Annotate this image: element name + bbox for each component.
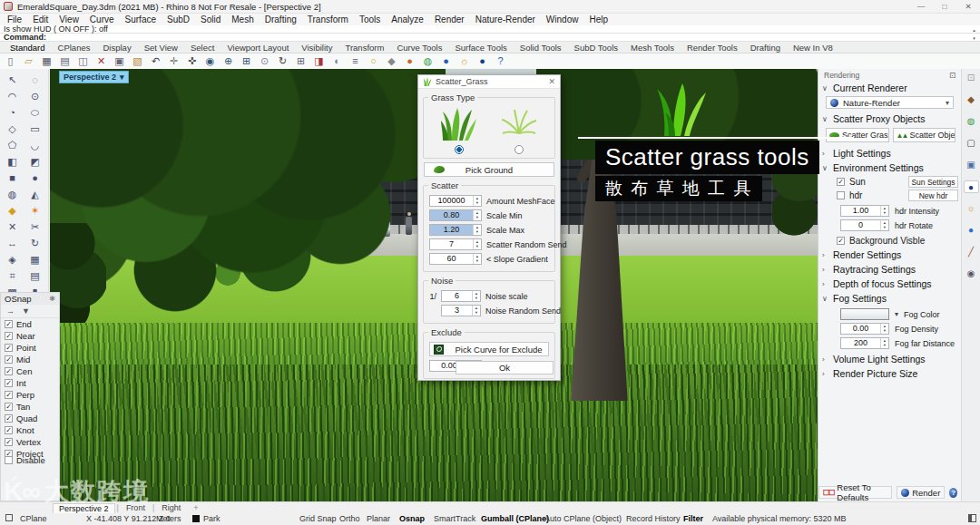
section-picture-size[interactable]: › Render Picture Size: [818, 366, 961, 381]
new-file-icon[interactable]: ▯: [5, 54, 16, 68]
minimize-button[interactable]: —: [909, 0, 933, 13]
menu-item[interactable]: Help: [583, 15, 613, 24]
boolean-tool[interactable]: ◭: [24, 186, 46, 202]
checkbox-checked-icon[interactable]: ✓: [5, 379, 13, 387]
spinner-arrows[interactable]: ▴▾: [473, 254, 481, 264]
render-button[interactable]: Render: [897, 486, 945, 499]
sun-settings-button[interactable]: Sun Settings: [908, 176, 958, 188]
status-filter[interactable]: Filter: [683, 514, 703, 523]
checkbox-checked-icon[interactable]: ✓: [5, 414, 13, 423]
array-tool[interactable]: ▦: [24, 251, 46, 267]
explode-tool[interactable]: ✶: [24, 202, 46, 219]
save-icon[interactable]: ▦: [41, 54, 53, 68]
curve-tool[interactable]: ◠: [1, 88, 24, 104]
command-prompt[interactable]: Command:: [0, 34, 980, 42]
toolbar-tab[interactable]: Display: [96, 43, 137, 53]
paste-icon[interactable]: ▧: [132, 54, 143, 68]
toolbar-tab[interactable]: Transform: [338, 43, 390, 53]
move-tool[interactable]: ↔: [1, 235, 24, 251]
named-view-icon[interactable]: ◨: [313, 54, 325, 68]
menu-item[interactable]: File: [2, 15, 27, 24]
checkbox-checked-icon[interactable]: ✓: [5, 426, 13, 434]
toolbar-tab[interactable]: Drafting: [744, 43, 787, 53]
split-tool[interactable]: ✂: [24, 219, 46, 235]
print-icon[interactable]: ▤: [59, 54, 71, 68]
undo-icon[interactable]: ↶: [150, 54, 162, 68]
section-raytracing[interactable]: › Raytracing Settings: [818, 262, 961, 277]
toolbar-tab[interactable]: Viewport Layout: [220, 43, 295, 53]
camera-icon[interactable]: ◉: [964, 267, 979, 280]
section-depth-of-focus[interactable]: › Depth of focus Settings: [818, 277, 961, 291]
fog-color-swatch[interactable]: [840, 308, 889, 320]
checkbox-checked-icon[interactable]: ✓: [5, 403, 13, 411]
panel-toggle-icon[interactable]: [968, 514, 976, 522]
fillet-tool[interactable]: ◆: [1, 202, 24, 219]
chevron-down-icon[interactable]: ▾: [895, 310, 898, 318]
toolbar-tab[interactable]: Render Tools: [681, 43, 744, 53]
tab-right[interactable]: Right: [156, 503, 186, 512]
open-file-icon[interactable]: ▱: [23, 54, 34, 68]
checkbox-checked-icon[interactable]: ✓: [5, 438, 13, 446]
radio-selected[interactable]: [455, 145, 464, 154]
maximize-button[interactable]: □: [933, 0, 956, 13]
help-button[interactable]: ?: [949, 488, 957, 498]
display-icon[interactable]: ◍: [964, 115, 979, 128]
new-hdr-button[interactable]: New hdr: [908, 190, 958, 201]
toolbar-tab[interactable]: Curve Tools: [390, 43, 448, 53]
toolbar-tab[interactable]: Set View: [138, 43, 184, 53]
zoom-window-icon[interactable]: ⊕: [222, 54, 234, 68]
checkbox-checked-icon[interactable]: ✓: [5, 332, 13, 340]
section-render-settings[interactable]: › Render Settings: [818, 248, 961, 262]
background-checkbox[interactable]: ✓: [837, 237, 845, 245]
osnap-disable[interactable]: . Disable: [1, 454, 59, 466]
spinner-arrows[interactable]: ▴▾: [473, 239, 481, 249]
hdr-rotate-field[interactable]: 0 ▴▾: [840, 219, 889, 231]
command-scroll[interactable]: ▴ ▾: [970, 25, 978, 42]
arc-tool[interactable]: ◔: [1, 104, 24, 121]
zoom-icon[interactable]: ◉: [204, 54, 216, 68]
scatter-grass-button[interactable]: Scatter Grass: [826, 128, 889, 142]
checkbox-checked-icon[interactable]: ✓: [5, 320, 13, 328]
menu-item[interactable]: View: [54, 15, 84, 24]
spinner-field[interactable]: 3 ▴▾: [441, 305, 481, 316]
scale-tool[interactable]: ◈: [1, 251, 24, 267]
status-gumball[interactable]: Gumball (CPlane): [481, 514, 549, 523]
menu-item[interactable]: Mesh: [226, 15, 259, 24]
fog-far-field[interactable]: 200 ▴▾: [840, 337, 889, 349]
dock-pin-icon[interactable]: ⊡: [949, 71, 956, 80]
pick-curve-button[interactable]: Pick Curve for Exclude: [429, 342, 549, 356]
layers-tool[interactable]: ▤: [24, 267, 46, 284]
freeform-tool[interactable]: ◡: [24, 137, 46, 153]
toolbar-tab[interactable]: Select: [184, 43, 220, 53]
section-current-renderer[interactable]: ∨ Current Renderer: [818, 81, 961, 95]
spinner-field[interactable]: 6 ▴▾: [441, 290, 481, 302]
cylinder-tool[interactable]: ◍: [1, 186, 24, 202]
box-tool[interactable]: ■: [1, 170, 24, 186]
section-scatter-proxy[interactable]: ∨ Scatter Proxy Objects: [818, 112, 961, 126]
zoom-selected-icon[interactable]: ⊙: [259, 54, 270, 68]
renderer-dropdown[interactable]: Nature-Render ▾: [826, 96, 954, 109]
close-button[interactable]: ✕: [956, 0, 980, 13]
viewport-layout-icon[interactable]: ⊞: [295, 54, 307, 68]
gear-icon[interactable]: ✱: [49, 295, 55, 303]
checkbox-checked-icon[interactable]: ✓: [5, 355, 13, 364]
checkbox-checked-icon[interactable]: ✓: [5, 367, 13, 375]
toolbar-tab[interactable]: SubD Tools: [568, 43, 624, 53]
fog-density-field[interactable]: 0.00 ▴▾: [840, 323, 889, 335]
checkbox-checked-icon[interactable]: ✓: [5, 391, 13, 399]
spinner-arrows[interactable]: ▴▾: [473, 225, 481, 235]
status-units[interactable]: Meters: [156, 514, 181, 523]
menu-item[interactable]: Analyze: [386, 15, 429, 24]
section-volume-light[interactable]: › Volume Light Settings: [818, 352, 961, 366]
trim-tool[interactable]: ✕: [1, 219, 24, 235]
properties-icon[interactable]: ◫: [77, 54, 89, 68]
scatter-object-button[interactable]: ▲▲ Scatter Object: [893, 128, 956, 142]
loft-tool[interactable]: ◩: [24, 153, 46, 170]
osnap-filter-icon[interactable]: ▼: [22, 306, 30, 316]
section-environment[interactable]: ∨ Environment Settings: [818, 160, 961, 175]
brush-icon[interactable]: ╱: [964, 246, 979, 258]
spinner-arrows[interactable]: ▴▾: [473, 210, 481, 220]
sun-icon[interactable]: ☼: [458, 54, 470, 68]
sphere-tool[interactable]: ●: [24, 170, 46, 186]
menu-item[interactable]: Tools: [354, 15, 386, 24]
